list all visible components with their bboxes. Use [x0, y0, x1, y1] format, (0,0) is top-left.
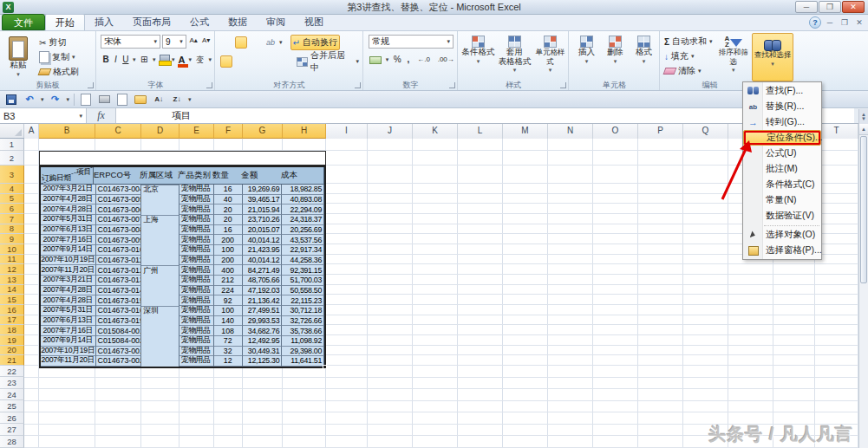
column-header[interactable]: M [503, 124, 548, 139]
print-button[interactable] [97, 93, 111, 107]
column-header[interactable]: C [95, 124, 141, 139]
font-dialog-launcher[interactable] [206, 82, 212, 88]
column-header[interactable]: I [326, 124, 368, 139]
row-header[interactable]: 28 [0, 436, 24, 448]
menu-item[interactable]: 定位条件(S)... [743, 130, 821, 146]
name-box[interactable]: B3▾ [0, 108, 87, 123]
conditional-formatting-button[interactable]: 条件格式▾ [460, 33, 496, 80]
print-preview-button[interactable] [79, 93, 93, 107]
row-header[interactable]: 13 [0, 275, 24, 285]
workbook-minimize-icon[interactable]: ─ [824, 18, 836, 27]
table-row[interactable]: 2007年4月28日 C014673-015 宠物用品 92 21,136.42… [41, 295, 324, 306]
number-format-combo[interactable]: 常规▾ [369, 35, 454, 49]
ribbon-tab[interactable]: 插入 [85, 14, 123, 30]
select-all-corner[interactable] [0, 124, 24, 138]
ribbon-tab[interactable]: 开始 [45, 14, 85, 30]
qat-customize-button[interactable]: ▾ [188, 96, 192, 103]
column-header[interactable]: N [548, 124, 593, 139]
column-header[interactable]: E [179, 124, 214, 139]
table-row[interactable]: 2007年7月16日 C014673-009 宠物用品 200 40,014.1… [41, 235, 324, 245]
row-header[interactable]: 14 [0, 285, 24, 295]
table-header-cell[interactable]: 产品类别 [178, 170, 212, 181]
workbook-restore-icon[interactable]: ❐ [839, 18, 851, 27]
borders-button[interactable]: ⊞ [139, 54, 148, 66]
italic-button[interactable]: I [113, 54, 119, 66]
ribbon-tab[interactable]: 视图 [295, 14, 333, 30]
cut-button[interactable]: ✂剪切 [37, 36, 81, 49]
row-header[interactable]: 22 [0, 366, 24, 378]
align-middle-button[interactable] [235, 36, 247, 49]
format-painter-button[interactable]: 格式刷 [37, 65, 81, 79]
column-header[interactable]: D [141, 124, 179, 139]
table-row[interactable]: 2007年4月28日 C014673-006 宠物用品 20 21,015.94… [41, 205, 324, 215]
fill-color-button[interactable] [159, 55, 168, 66]
column-header[interactable]: F [214, 124, 243, 139]
column-header[interactable]: O [593, 124, 638, 139]
row-header[interactable]: 5 [0, 194, 24, 205]
diagonal-header-cell[interactable]: 项目 订购日期 [41, 167, 94, 185]
table-header-cell[interactable]: ERPCO号 [94, 170, 140, 181]
column-header[interactable]: B [39, 124, 95, 139]
increase-indent-button[interactable] [278, 55, 290, 68]
open-button[interactable] [134, 93, 147, 107]
row-header[interactable]: 20 [0, 346, 24, 356]
decrease-decimal-button[interactable]: .00→ [436, 54, 455, 66]
font-color-button[interactable]: A [179, 56, 186, 64]
fill-button[interactable]: ↓填充▾ [662, 49, 715, 63]
insert-function-button[interactable]: fx [87, 108, 116, 123]
row-header[interactable]: 15 [0, 295, 24, 305]
menu-item[interactable]: 条件格式(C) [743, 177, 821, 192]
table-row[interactable]: 2007年6月13日 C014673-019 宠物用品 140 29,993.5… [41, 316, 324, 327]
wrap-text-button[interactable]: ↵ 自动换行 [290, 35, 340, 50]
maximize-button[interactable]: ❐ [819, 1, 841, 13]
copy-button[interactable]: 复制▾ [37, 50, 81, 64]
row-header[interactable]: 12 [0, 264, 24, 275]
scrollbar-thumb[interactable] [860, 136, 867, 283]
table-row[interactable]: 2007年11月20日 C014673-012 广州 宠物用品 400 84,2… [41, 265, 324, 276]
row-header[interactable]: 16 [0, 305, 24, 315]
undo-button[interactable]: ↶ [23, 93, 36, 107]
menu-item[interactable]: 选择对象(O) [743, 227, 821, 243]
column-header[interactable]: Q [683, 124, 728, 139]
column-header[interactable]: L [458, 124, 503, 139]
row-header[interactable]: 18 [0, 325, 24, 335]
alignment-dialog-launcher[interactable] [355, 82, 361, 88]
cell-styles-button[interactable]: 单元格样式▾ [533, 33, 567, 80]
row-header[interactable]: 27 [0, 424, 24, 436]
table-row[interactable]: 2007年6月13日 C014673-008 宠物用品 16 20,015.07… [41, 225, 324, 236]
menu-item[interactable]: 选择窗格(P)... [743, 243, 821, 258]
row-header[interactable]: 3 [0, 166, 24, 184]
table-header-cell[interactable]: 金额 [241, 170, 281, 181]
row-header[interactable]: 19 [0, 335, 24, 346]
menu-item[interactable]: 常量(N) [743, 192, 821, 208]
column-header[interactable]: J [368, 124, 413, 139]
row-header[interactable]: 7 [0, 214, 24, 224]
align-top-button[interactable] [220, 36, 232, 49]
styles-dialog-launcher[interactable] [560, 82, 566, 88]
clipboard-dialog-launcher[interactable] [88, 82, 94, 88]
row-header[interactable]: 6 [0, 204, 24, 214]
close-button[interactable]: ✕ [842, 1, 865, 13]
table-row[interactable]: 2007年9月14日 C014673-010 宠物用品 100 21,423.9… [41, 245, 324, 256]
menu-item[interactable]: → 转到(G)... [743, 114, 821, 130]
redo-button[interactable]: ↷ [49, 93, 62, 107]
help-icon[interactable]: ? [809, 16, 821, 29]
phonetic-button[interactable]: 变 [195, 54, 205, 66]
shrink-font-button[interactable]: A▾ [200, 35, 212, 47]
table-row[interactable]: 2007年3月21日 C014673-004 北京 宠物用品 16 19,269… [41, 185, 324, 195]
split-box[interactable]: ▲▼ [858, 109, 868, 124]
merge-center-button[interactable]: 合并后居中▾ [295, 55, 361, 68]
row-header[interactable]: 10 [0, 244, 24, 255]
row-header[interactable]: 25 [0, 400, 24, 412]
table-row[interactable]: 2007年5月31日 C014673-016 深圳 宠物用品 100 27,49… [41, 306, 324, 316]
scroll-up-arrow[interactable]: ▲ [859, 124, 868, 135]
align-center-button[interactable] [235, 55, 247, 68]
row-header[interactable]: 17 [0, 315, 24, 326]
sheet-grid[interactable]: 1234567891011121314151617181920212223242… [0, 139, 858, 448]
column-header[interactable]: K [413, 124, 458, 139]
increase-decimal-button[interactable]: ←.0 [415, 54, 433, 66]
save-button[interactable] [4, 93, 18, 107]
new-workbook-button[interactable] [115, 93, 129, 107]
row-header[interactable]: 2 [0, 151, 24, 166]
insert-cells-button[interactable]: 插入▾ [573, 33, 600, 80]
